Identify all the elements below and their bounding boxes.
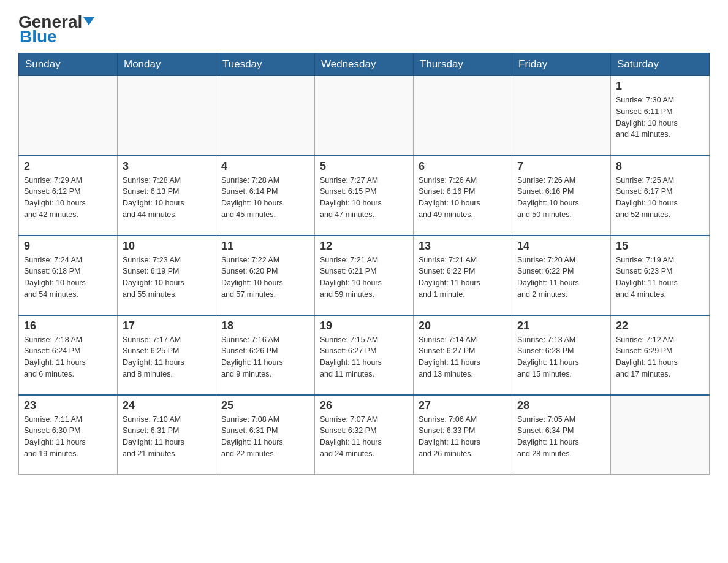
day-info: Sunrise: 7:14 AMSunset: 6:27 PMDaylight:… (419, 334, 507, 380)
day-number: 12 (320, 240, 408, 253)
day-number: 6 (419, 160, 507, 173)
calendar-cell: 9Sunrise: 7:24 AMSunset: 6:18 PMDaylight… (19, 236, 118, 315)
day-number: 9 (24, 240, 112, 253)
calendar-cell: 20Sunrise: 7:14 AMSunset: 6:27 PMDayligh… (414, 315, 512, 395)
day-info: Sunrise: 7:26 AMSunset: 6:16 PMDaylight:… (517, 175, 605, 221)
day-number: 15 (616, 240, 704, 253)
calendar-cell: 6Sunrise: 7:26 AMSunset: 6:16 PMDaylight… (414, 156, 512, 236)
calendar-cell: 22Sunrise: 7:12 AMSunset: 6:29 PMDayligh… (611, 315, 710, 395)
weekday-header-saturday: Saturday (611, 53, 710, 76)
day-number: 1 (616, 80, 704, 93)
calendar-cell (611, 395, 710, 475)
day-number: 22 (616, 320, 704, 332)
day-info: Sunrise: 7:06 AMSunset: 6:33 PMDaylight:… (419, 414, 507, 460)
calendar-cell: 27Sunrise: 7:06 AMSunset: 6:33 PMDayligh… (414, 395, 512, 475)
calendar-cell: 10Sunrise: 7:23 AMSunset: 6:19 PMDayligh… (118, 236, 216, 315)
day-info: Sunrise: 7:20 AMSunset: 6:22 PMDaylight:… (517, 255, 605, 301)
day-number: 7 (517, 160, 605, 173)
day-number: 8 (616, 160, 704, 173)
calendar-cell: 14Sunrise: 7:20 AMSunset: 6:22 PMDayligh… (512, 236, 611, 315)
day-number: 20 (419, 320, 507, 332)
day-info: Sunrise: 7:15 AMSunset: 6:27 PMDaylight:… (320, 334, 408, 380)
day-number: 18 (221, 320, 309, 332)
day-number: 13 (419, 240, 507, 253)
calendar-cell: 26Sunrise: 7:07 AMSunset: 6:32 PMDayligh… (315, 395, 414, 475)
calendar-cell (414, 76, 512, 156)
calendar-cell: 21Sunrise: 7:13 AMSunset: 6:28 PMDayligh… (512, 315, 611, 395)
calendar-cell (512, 76, 611, 156)
day-number: 14 (517, 240, 605, 253)
weekday-header-row: SundayMondayTuesdayWednesdayThursdayFrid… (19, 53, 710, 76)
day-info: Sunrise: 7:11 AMSunset: 6:30 PMDaylight:… (24, 414, 112, 460)
calendar-cell: 15Sunrise: 7:19 AMSunset: 6:23 PMDayligh… (611, 236, 710, 315)
day-number: 26 (320, 399, 408, 412)
day-info: Sunrise: 7:30 AMSunset: 6:11 PMDaylight:… (616, 94, 704, 140)
calendar-cell: 12Sunrise: 7:21 AMSunset: 6:21 PMDayligh… (315, 236, 414, 315)
calendar-cell: 18Sunrise: 7:16 AMSunset: 6:26 PMDayligh… (216, 315, 315, 395)
logo-triangle-icon (83, 17, 94, 25)
day-info: Sunrise: 7:19 AMSunset: 6:23 PMDaylight:… (616, 255, 704, 301)
page-header: General Blue (18, 12, 710, 47)
calendar-cell: 8Sunrise: 7:25 AMSunset: 6:17 PMDaylight… (611, 156, 710, 236)
weekday-header-sunday: Sunday (19, 53, 118, 76)
day-info: Sunrise: 7:08 AMSunset: 6:31 PMDaylight:… (221, 414, 309, 460)
day-number: 19 (320, 320, 408, 332)
logo-blue-text: Blue (18, 27, 57, 47)
day-info: Sunrise: 7:28 AMSunset: 6:14 PMDaylight:… (221, 175, 309, 221)
day-number: 2 (24, 160, 112, 173)
calendar-cell (216, 76, 315, 156)
logo: General Blue (18, 12, 94, 47)
day-info: Sunrise: 7:22 AMSunset: 6:20 PMDaylight:… (221, 255, 309, 301)
calendar-week-row-5: 23Sunrise: 7:11 AMSunset: 6:30 PMDayligh… (19, 395, 710, 475)
day-info: Sunrise: 7:26 AMSunset: 6:16 PMDaylight:… (419, 175, 507, 221)
calendar-week-row-2: 2Sunrise: 7:29 AMSunset: 6:12 PMDaylight… (19, 156, 710, 236)
day-number: 4 (221, 160, 309, 173)
calendar-cell: 17Sunrise: 7:17 AMSunset: 6:25 PMDayligh… (118, 315, 216, 395)
calendar-week-row-1: 1Sunrise: 7:30 AMSunset: 6:11 PMDaylight… (19, 76, 710, 156)
day-number: 24 (123, 399, 211, 412)
calendar-cell: 3Sunrise: 7:28 AMSunset: 6:13 PMDaylight… (118, 156, 216, 236)
calendar-cell: 11Sunrise: 7:22 AMSunset: 6:20 PMDayligh… (216, 236, 315, 315)
day-number: 16 (24, 320, 112, 332)
calendar-cell: 19Sunrise: 7:15 AMSunset: 6:27 PMDayligh… (315, 315, 414, 395)
day-info: Sunrise: 7:27 AMSunset: 6:15 PMDaylight:… (320, 175, 408, 221)
day-number: 5 (320, 160, 408, 173)
day-number: 3 (123, 160, 211, 173)
day-info: Sunrise: 7:12 AMSunset: 6:29 PMDaylight:… (616, 334, 704, 380)
day-info: Sunrise: 7:24 AMSunset: 6:18 PMDaylight:… (24, 255, 112, 301)
day-number: 21 (517, 320, 605, 332)
calendar-cell: 28Sunrise: 7:05 AMSunset: 6:34 PMDayligh… (512, 395, 611, 475)
calendar-cell: 7Sunrise: 7:26 AMSunset: 6:16 PMDaylight… (512, 156, 611, 236)
calendar-cell (315, 76, 414, 156)
day-info: Sunrise: 7:07 AMSunset: 6:32 PMDaylight:… (320, 414, 408, 460)
day-number: 10 (123, 240, 211, 253)
calendar-cell: 13Sunrise: 7:21 AMSunset: 6:22 PMDayligh… (414, 236, 512, 315)
day-number: 27 (419, 399, 507, 412)
day-info: Sunrise: 7:17 AMSunset: 6:25 PMDaylight:… (123, 334, 211, 380)
day-info: Sunrise: 7:18 AMSunset: 6:24 PMDaylight:… (24, 334, 112, 380)
calendar-cell: 5Sunrise: 7:27 AMSunset: 6:15 PMDaylight… (315, 156, 414, 236)
day-number: 23 (24, 399, 112, 412)
calendar-cell: 1Sunrise: 7:30 AMSunset: 6:11 PMDaylight… (611, 76, 710, 156)
day-info: Sunrise: 7:13 AMSunset: 6:28 PMDaylight:… (517, 334, 605, 380)
calendar-week-row-3: 9Sunrise: 7:24 AMSunset: 6:18 PMDaylight… (19, 236, 710, 315)
day-info: Sunrise: 7:25 AMSunset: 6:17 PMDaylight:… (616, 175, 704, 221)
day-number: 28 (517, 399, 605, 412)
calendar-cell (19, 76, 118, 156)
calendar-cell: 25Sunrise: 7:08 AMSunset: 6:31 PMDayligh… (216, 395, 315, 475)
weekday-header-monday: Monday (118, 53, 216, 76)
day-info: Sunrise: 7:21 AMSunset: 6:21 PMDaylight:… (320, 255, 408, 301)
calendar-cell (118, 76, 216, 156)
day-number: 17 (123, 320, 211, 332)
day-info: Sunrise: 7:10 AMSunset: 6:31 PMDaylight:… (123, 414, 211, 460)
calendar-cell: 16Sunrise: 7:18 AMSunset: 6:24 PMDayligh… (19, 315, 118, 395)
weekday-header-tuesday: Tuesday (216, 53, 315, 76)
day-info: Sunrise: 7:23 AMSunset: 6:19 PMDaylight:… (123, 255, 211, 301)
day-info: Sunrise: 7:28 AMSunset: 6:13 PMDaylight:… (123, 175, 211, 221)
weekday-header-friday: Friday (512, 53, 611, 76)
weekday-header-thursday: Thursday (414, 53, 512, 76)
calendar-cell: 24Sunrise: 7:10 AMSunset: 6:31 PMDayligh… (118, 395, 216, 475)
day-number: 25 (221, 399, 309, 412)
calendar-cell: 2Sunrise: 7:29 AMSunset: 6:12 PMDaylight… (19, 156, 118, 236)
calendar-table: SundayMondayTuesdayWednesdayThursdayFrid… (18, 53, 710, 475)
